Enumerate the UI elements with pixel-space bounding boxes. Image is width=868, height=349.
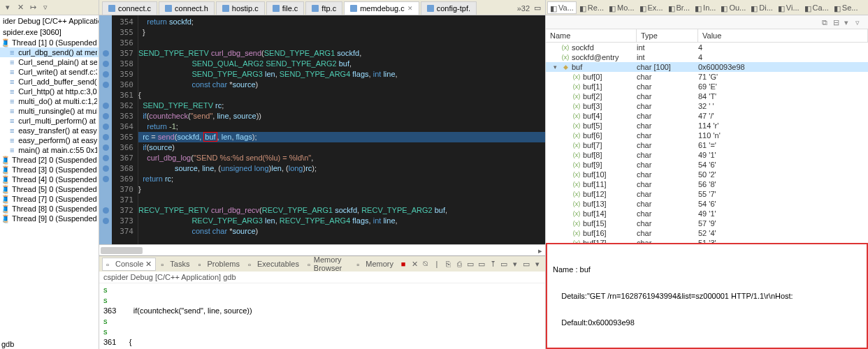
variable-row[interactable]: (x)buf[8]char49 '1' — [546, 150, 868, 160]
variable-row[interactable]: (x)buf[11]char56 '8' — [546, 179, 868, 189]
debug-stack-tree[interactable]: 🧵Thread [1] 0 (Suspended : St ≡curl_dbg_… — [0, 38, 99, 339]
thread-item[interactable]: 🧵Thread [4] 0 (Suspended : Co — [0, 174, 99, 184]
expander-icon[interactable]: ▾ — [551, 64, 559, 71]
close-icon[interactable]: ✕ — [407, 5, 413, 12]
code-line[interactable]: source, line, (unsigned long)len, (long)… — [138, 163, 545, 174]
toolbar-icon[interactable]: ✕ — [410, 259, 419, 269]
editor-tab[interactable]: ftp.c — [305, 1, 342, 15]
stack-frame[interactable]: ≡Curl_write() at sendf.c:348 — [0, 67, 99, 77]
variable-row[interactable]: (x)buf[15]char57 '9' — [546, 218, 868, 228]
variable-row[interactable]: (x)buf[5]char114 'r' — [546, 121, 868, 131]
editor-tab[interactable]: memdebug.c✕ — [344, 1, 419, 15]
thread-item[interactable]: 🧵Thread [2] 0 (Suspended : Co — [0, 155, 99, 165]
code-line[interactable]: if(source) — [138, 142, 545, 153]
variable-row[interactable]: (x)sockfdint4 — [546, 43, 868, 52]
col-name[interactable]: Name — [546, 29, 637, 42]
thread-item[interactable]: 🧵Thread [9] 0 (Suspended : Co — [0, 214, 99, 223]
breakpoint-slot[interactable] — [99, 27, 112, 38]
breakpoint-slot[interactable] — [99, 38, 112, 48]
editor-tab[interactable]: config-tpf. — [421, 1, 477, 15]
toolbar-icon[interactable]: ■ — [398, 259, 408, 269]
breakpoint-slot[interactable] — [99, 184, 112, 195]
thread-item[interactable]: 🧵Thread [5] 0 (Suspended : Co — [0, 184, 99, 194]
editor[interactable]: 3543553563573583593603613623633643653663… — [99, 15, 545, 244]
view-tab[interactable]: ◧Se... — [832, 2, 860, 13]
editor-tab[interactable]: connect.c — [102, 1, 157, 15]
variable-row[interactable]: (x)buf[14]char49 '1' — [546, 209, 868, 218]
breakpoint-icon[interactable] — [103, 71, 109, 77]
breakpoint-icon[interactable] — [103, 61, 109, 67]
breakpoint-icon[interactable] — [103, 218, 109, 224]
breakpoint-slot[interactable] — [99, 48, 112, 59]
expander-icon[interactable] — [563, 122, 570, 130]
variable-row[interactable]: (x)buf[7]char61 '=' — [546, 140, 868, 150]
tab-overflow[interactable]: »32▭ — [513, 1, 545, 15]
thread-item[interactable]: 🧵Thread [1] 0 (Suspended : St — [0, 38, 99, 47]
expander-icon[interactable] — [563, 230, 570, 237]
variable-row[interactable]: (x)buf[0]char71 'G' — [546, 72, 868, 82]
breakpoint-icon[interactable] — [103, 207, 109, 214]
expander-icon[interactable] — [563, 151, 570, 159]
console-tab[interactable]: ▫Memory — [353, 258, 397, 269]
stack-frame[interactable]: ≡Curl_add_buffer_send() at — [0, 77, 99, 87]
code-line[interactable]: RECV_TYPE_ARG3 len, RECV_TYPE_ARG4 flags… — [138, 216, 545, 226]
stack-frame[interactable]: ≡main() at main.c:55 0x100 — [0, 145, 99, 155]
breakpoint-slot[interactable] — [99, 59, 112, 69]
toolbar-icon[interactable]: ⎘ — [443, 259, 453, 269]
variable-row[interactable]: (x)buf[9]char54 '6' — [546, 160, 868, 170]
toolbar-icon[interactable]: ⦰ — [421, 259, 431, 269]
code-line[interactable]: { — [138, 90, 545, 101]
variable-row[interactable]: (x)buf[12]char55 '7' — [546, 189, 868, 199]
variable-row[interactable]: (x)buf[13]char54 '6' — [546, 199, 868, 209]
expander-icon[interactable] — [563, 73, 570, 81]
col-type[interactable]: Type — [637, 29, 698, 42]
editor-tab[interactable]: connect.h — [159, 1, 215, 15]
code-line[interactable]: SEND_TYPE_RETV curl_dbg_send(SEND_TYPE_A… — [138, 48, 545, 59]
expander-icon[interactable] — [563, 181, 570, 188]
code-line[interactable]: curl_dbg_log("SEND %s:%d send(%lu) = %ld… — [138, 153, 545, 163]
code-line[interactable] — [138, 195, 545, 205]
view-tab[interactable]: ◧Ou... — [718, 2, 748, 13]
variable-row[interactable]: (x)buf[16]char52 '4' — [546, 228, 868, 238]
variables-tree[interactable]: (x)sockfdint4(x)sockfd@entryint4▾◆bufcha… — [546, 43, 868, 243]
collapse-icon[interactable]: ▾ — [3, 3, 13, 13]
stack-frame[interactable]: ≡curl_dbg_send() at memd — [0, 47, 99, 57]
stack-frame[interactable]: ≡multi_runsingle() at multi.c — [0, 106, 99, 116]
breakpoint-icon[interactable] — [103, 144, 109, 151]
tree-icon[interactable]: ⧉ — [822, 18, 830, 27]
thread-item[interactable]: 🧵Thread [3] 0 (Suspended : Co — [0, 165, 99, 174]
breakpoint-slot[interactable] — [99, 69, 112, 80]
breakpoint-slot[interactable] — [99, 174, 112, 184]
console-tab[interactable]: ▫Console ✕ — [102, 258, 156, 271]
toolbar-icon[interactable]: ⎙ — [454, 259, 464, 269]
maximize-icon[interactable]: ▭ — [534, 3, 541, 13]
view-tab[interactable]: ◧Ca... — [802, 2, 831, 13]
code-area[interactable]: return sockfd; }SEND_TYPE_RETV curl_dbg_… — [138, 15, 545, 244]
view-tab[interactable]: ◧Ex... — [637, 2, 665, 13]
stack-frame[interactable]: ≡Curl_send_plain() at sendf — [0, 57, 99, 67]
view-tab[interactable]: ◧Br... — [666, 2, 693, 13]
console-tab[interactable]: ▫Memory Browser — [304, 254, 352, 274]
gdb-node[interactable]: gdb — [0, 339, 99, 349]
breakpoint-slot[interactable] — [99, 111, 112, 121]
breakpoint-icon[interactable] — [103, 155, 109, 161]
breakpoint-slot[interactable] — [99, 216, 112, 226]
variable-row[interactable]: (x)buf[17]char51 '3' — [546, 238, 868, 243]
code-line[interactable]: return -1; — [138, 121, 545, 132]
breakpoint-slot[interactable] — [99, 195, 112, 205]
toolbar-icon[interactable]: ▾ — [533, 259, 542, 269]
variable-row[interactable]: ▾◆bufchar [100]0x600093e98 — [546, 62, 868, 72]
variable-row[interactable]: (x)buf[4]char47 '/' — [546, 111, 868, 121]
variable-row[interactable]: (x)buf[3]char32 ' ' — [546, 101, 868, 111]
pin-icon[interactable]: ▾ — [844, 18, 853, 27]
breakpoint-slot[interactable] — [99, 80, 112, 90]
expander-icon[interactable] — [563, 132, 570, 140]
breakpoint-slot[interactable] — [99, 163, 112, 174]
expander-icon[interactable] — [563, 93, 570, 101]
breakpoint-icon[interactable] — [103, 50, 109, 57]
collapse-all-icon[interactable]: ⊟ — [833, 18, 841, 27]
console-tab[interactable]: ▫Executables — [245, 258, 303, 269]
menu-icon[interactable]: ▿ — [855, 18, 864, 27]
scrollbar-thumb[interactable] — [101, 247, 143, 254]
variable-row[interactable]: (x)buf[10]char50 '2' — [546, 170, 868, 179]
